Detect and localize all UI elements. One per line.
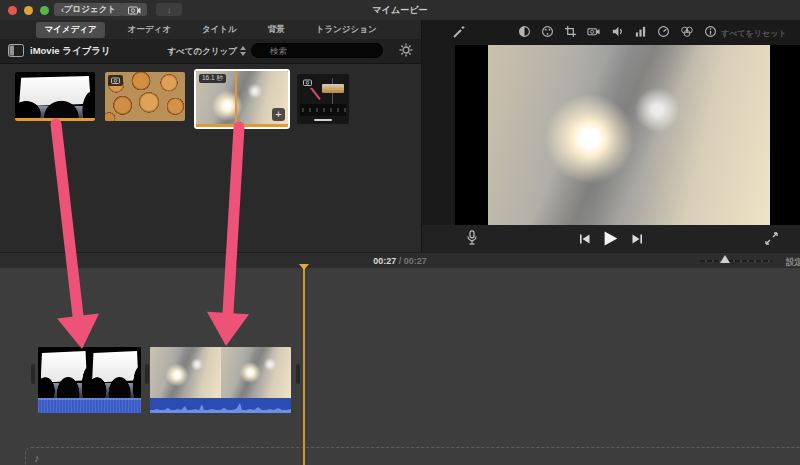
tab-titles[interactable]: タイトル (194, 22, 245, 38)
library-clip-pizza[interactable] (105, 72, 185, 121)
window-title: マイムービー (0, 4, 800, 17)
info-icon[interactable] (704, 25, 717, 38)
clip-thumbnail (15, 72, 95, 121)
timeline-area[interactable]: ♪ (0, 268, 800, 465)
clip-duration-badge: 16.1 秒 (199, 74, 226, 83)
adjust-toolbar: すべてをリセット (422, 20, 800, 44)
window-titlebar: ‹ プロジェクト ↓ マイムービー (0, 0, 800, 21)
library-clip-screenshot[interactable] (297, 74, 349, 124)
search-input[interactable] (251, 43, 383, 58)
video-frame (455, 45, 800, 225)
library-clip-ceiling-light[interactable]: 16.1 秒 + (194, 69, 290, 129)
clip-used-indicator (196, 124, 288, 127)
music-note-icon: ♪ (34, 452, 40, 464)
clip-audio-waveform (150, 398, 291, 413)
content-tab-bar: マイメディア オーディオ タイトル 背景 トランジション (0, 20, 421, 40)
noise-reduction-icon[interactable] (634, 25, 647, 38)
library-header: iMovie ライブラリ すべてのクリップ (0, 39, 421, 64)
clip-audio-waveform (38, 398, 141, 413)
zoom-slider-thumb[interactable] (720, 255, 730, 263)
media-browser-panel: マイメディア オーディオ タイトル 背景 トランジション iMovie ライブラ… (0, 20, 422, 252)
trim-handle[interactable] (145, 364, 149, 384)
time-display: 00:27 / 00:27 (0, 256, 800, 266)
total-time: 00:27 (404, 256, 427, 266)
reset-all-button[interactable]: すべてをリセット (721, 28, 787, 39)
tab-transitions[interactable]: トランジション (308, 22, 385, 38)
background-music-well[interactable]: ♪ (25, 447, 800, 465)
tab-audio[interactable]: オーディオ (120, 22, 179, 38)
tab-my-media[interactable]: マイメディア (36, 22, 104, 38)
fullscreen-icon[interactable] (765, 232, 778, 245)
crop-icon[interactable] (564, 25, 577, 38)
sidebar-toggle-icon[interactable] (8, 44, 24, 57)
skimmer-line (235, 71, 237, 127)
library-title: iMovie ライブラリ (30, 45, 111, 58)
enhance-wand-icon[interactable] (452, 25, 466, 39)
chevron-updown-icon[interactable] (240, 45, 247, 57)
color-balance-icon[interactable] (518, 25, 531, 38)
timeline-clip-ceiling-light[interactable] (150, 347, 291, 413)
clip-filter-icon[interactable] (680, 25, 694, 38)
volume-icon[interactable] (611, 25, 624, 38)
playhead-handle[interactable] (299, 264, 309, 270)
playback-controls (422, 225, 800, 252)
gear-icon[interactable] (399, 43, 413, 57)
add-to-timeline-button[interactable]: + (272, 108, 285, 121)
clip-filmstrip (150, 347, 291, 398)
playhead-line[interactable] (303, 266, 305, 465)
clip-filmstrip (38, 347, 141, 398)
video-preview[interactable] (488, 45, 770, 225)
skip-forward-icon[interactable] (631, 233, 643, 245)
library-clip-dark-room[interactable] (15, 72, 95, 121)
camera-badge-icon (300, 77, 315, 88)
voiceover-mic-icon[interactable] (466, 230, 478, 246)
trim-handle[interactable] (296, 364, 300, 384)
camera-badge-icon (108, 75, 123, 86)
skip-back-icon[interactable] (579, 233, 591, 245)
clip-used-indicator (15, 118, 95, 121)
stabilization-icon[interactable] (587, 25, 601, 38)
play-icon[interactable] (604, 231, 618, 246)
color-correction-icon[interactable] (541, 25, 554, 38)
speed-icon[interactable] (657, 25, 670, 38)
trim-handle[interactable] (31, 364, 35, 384)
tab-backgrounds[interactable]: 背景 (260, 22, 293, 38)
viewer-panel: すべてをリセット (422, 20, 800, 252)
current-time: 00:27 (373, 256, 396, 266)
timeline-zoom-slider[interactable] (700, 260, 772, 262)
timeline-clip-dark-room[interactable] (38, 347, 141, 413)
clip-filter-dropdown[interactable]: すべてのクリップ (167, 46, 237, 58)
